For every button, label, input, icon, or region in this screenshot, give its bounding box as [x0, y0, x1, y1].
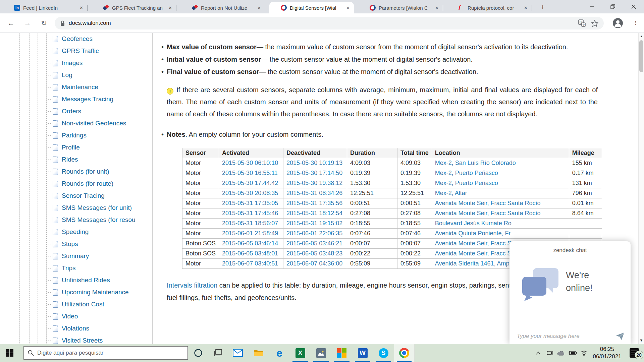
excel-app-button[interactable]: X — [290, 344, 311, 362]
skype-app-button[interactable]: S — [373, 344, 394, 362]
sidebar-item-parkings[interactable]: Parkings — [0, 129, 152, 141]
location-cell-link[interactable]: Avenida Monte Seir, Fracc S — [435, 240, 512, 247]
activated-cell[interactable]: 2015-05-31 17:45:46 — [219, 208, 283, 219]
sidebar-item-maintenance[interactable]: Maintenance — [0, 81, 152, 93]
deactivated-cell[interactable]: 2015-05-31 18:12:54 — [283, 208, 347, 219]
task-view-button[interactable] — [209, 344, 227, 362]
taskbar-clock[interactable]: 06:25 06/01/2021 — [590, 346, 625, 360]
sidebar-item-non-visited-geofences[interactable]: Non-visited Geofences — [0, 117, 152, 129]
deactivated-cell[interactable]: 2015-06-01 22:06:35 — [283, 229, 347, 239]
sidebar-item-rides[interactable]: Rides — [0, 154, 152, 166]
deactivated-cell[interactable]: 2015-05-30 19:38:12 — [283, 178, 347, 188]
deactivated-cell[interactable]: 2015-05-30 10:19:13 — [283, 158, 347, 168]
chat-message-input[interactable]: Type your message here — [517, 333, 616, 340]
deactivated-cell[interactable]: 2015-06-05 03:46:21 — [283, 239, 347, 249]
deactivated-cell-link[interactable]: 2015-05-30 19:38:12 — [286, 180, 342, 186]
activated-cell-link[interactable]: 2015-06-05 03:48:01 — [222, 250, 278, 257]
deactivated-cell[interactable]: 2015-06-05 03:48:23 — [283, 249, 347, 259]
sidebar-item-gprs-traffic[interactable]: GPRS Traffic — [0, 45, 152, 57]
location-cell-link[interactable]: Avenida Monte Seir, Fracc Santa Rocío — [435, 210, 541, 217]
activated-cell[interactable]: 2015-05-30 06:10:10 — [219, 158, 283, 168]
bookmark-star-icon[interactable] — [591, 20, 598, 27]
location-cell[interactable]: Avenida Quinta Poniente, Fr — [432, 229, 569, 239]
deactivated-cell-link[interactable]: 2015-05-30 10:19:13 — [286, 160, 342, 166]
sidebar-item-images[interactable]: Images — [0, 57, 152, 69]
activated-cell-link[interactable]: 2015-05-30 06:10:10 — [222, 160, 278, 166]
notification-center-button[interactable]: 20 — [625, 344, 644, 362]
location-cell[interactable]: Mex-2, Puerto Peñasco — [432, 178, 569, 188]
sidebar-item-sms-messages-for-unit[interactable]: SMS Messages (for unit) — [0, 202, 152, 214]
microsoft-app-button[interactable] — [331, 344, 352, 362]
activated-cell[interactable]: 2015-06-05 03:46:14 — [219, 239, 283, 249]
location-cell-link[interactable]: Avenida Quinta Poniente, Fr — [435, 230, 511, 237]
scrollbar-thumb[interactable] — [639, 40, 643, 72]
location-cell-link[interactable]: Mex-2, Puerto Peñasco — [435, 180, 498, 186]
activated-cell-link[interactable]: 2015-05-30 17:44:42 — [222, 180, 278, 186]
activated-cell-link[interactable]: 2015-06-01 21:58:49 — [222, 230, 278, 237]
deactivated-cell-link[interactable]: 2015-06-07 04:36:00 — [286, 260, 342, 267]
sidebar-item-log[interactable]: Log — [0, 69, 152, 81]
close-icon[interactable]: ✕ — [523, 5, 529, 11]
activated-cell-link[interactable]: 2015-05-31 17:35:05 — [222, 200, 278, 206]
sidebar-item-sensor-tracing[interactable]: Sensor Tracing — [0, 190, 152, 202]
location-cell[interactable]: Mex-2, Puerto Peñasco — [432, 168, 569, 178]
sidebar-item-upcoming-maintenance[interactable]: Upcoming Maintenance — [0, 286, 152, 298]
deactivated-cell[interactable]: 2015-05-31 19:15:02 — [283, 219, 347, 229]
activated-cell-link[interactable]: 2015-05-30 20:08:35 — [222, 190, 278, 196]
deactivated-cell-link[interactable]: 2015-06-01 22:06:35 — [286, 230, 342, 237]
restore-button[interactable] — [602, 0, 623, 13]
close-icon[interactable]: ✕ — [167, 5, 173, 11]
file-explorer-button[interactable] — [248, 344, 269, 362]
location-cell[interactable]: Mex-2, San Luis Río Colorado — [432, 158, 569, 168]
location-cell[interactable]: Mex-2, Altar — [432, 188, 569, 198]
activated-cell[interactable]: 2015-05-30 16:55:11 — [219, 168, 283, 178]
sidebar-item-summary[interactable]: Summary — [0, 250, 152, 262]
scroll-up-arrow[interactable]: ▲ — [639, 34, 644, 39]
scroll-down-arrow[interactable]: ▼ — [639, 338, 644, 343]
activated-cell-link[interactable]: 2015-05-31 18:56:07 — [222, 220, 278, 227]
deactivated-cell[interactable]: 2015-05-30 17:14:50 — [283, 168, 347, 178]
location-cell-link[interactable]: Avenida Monte Seir, Fracc Santa Rocío — [435, 200, 541, 206]
address-bar[interactable]: docs.wialon.com G 文 — [55, 17, 604, 29]
sidebar-item-messages-tracing[interactable]: Messages Tracing — [0, 93, 152, 105]
close-window-button[interactable] — [623, 0, 644, 13]
chrome-app-button[interactable] — [394, 344, 415, 362]
screen-capture-button[interactable] — [544, 344, 555, 362]
back-button[interactable]: ← — [6, 18, 16, 28]
activated-cell-link[interactable]: 2015-05-30 16:55:11 — [222, 170, 278, 176]
tab-gps-fleet-tracking[interactable]: GPS Fleet Tracking an ✕ — [92, 2, 176, 13]
deactivated-cell-link[interactable]: 2015-05-31 19:15:02 — [286, 220, 342, 227]
location-cell-link[interactable]: Mex-2, Puerto Peñasco — [435, 170, 498, 176]
tab-report-not-utilized[interactable]: Report on Not Utilize ✕ — [180, 2, 265, 13]
tray-expand-button[interactable] — [533, 344, 544, 362]
taskbar-search-input[interactable]: Digite aqui para pesquisar — [23, 346, 188, 360]
browser-menu-button[interactable]: ⁝ — [632, 18, 639, 28]
sidebar-item-stops[interactable]: Stops — [0, 238, 152, 250]
sidebar-item-rounds-for-route[interactable]: Rounds (for route) — [0, 178, 152, 190]
activated-cell[interactable]: 2015-06-05 03:48:01 — [219, 249, 283, 259]
activated-cell-link[interactable]: 2015-06-05 03:46:14 — [222, 240, 278, 247]
tab-digital-sensors-active[interactable]: Digital Sensors [Wial ✕ — [269, 2, 354, 13]
sidebar-item-trips[interactable]: Trips — [0, 262, 152, 274]
close-icon[interactable]: ✕ — [434, 5, 440, 11]
close-icon[interactable]: ✕ — [78, 5, 84, 11]
sidebar-item-video[interactable]: Video — [0, 310, 152, 322]
sidebar-item-violations[interactable]: Violations — [0, 322, 152, 335]
activated-cell[interactable]: 2015-05-30 17:44:42 — [219, 178, 283, 188]
location-cell-link[interactable]: Mex-2, San Luis Río Colorado — [435, 160, 516, 166]
deactivated-cell-link[interactable]: 2015-06-05 03:48:23 — [286, 250, 342, 257]
sidebar-item-geofences[interactable]: Geofences — [0, 33, 152, 45]
tab-parameters-wialon[interactable]: Parameters [Wialon C ✕ — [358, 2, 443, 13]
edge-browser-button[interactable]: e — [269, 344, 290, 362]
battery-button[interactable] — [567, 344, 578, 362]
send-icon[interactable] — [616, 332, 625, 340]
sidebar-item-rounds-for-unit[interactable]: Rounds (for unit) — [0, 166, 152, 178]
cortana-button[interactable] — [188, 344, 209, 362]
sidebar-item-utilization-cost[interactable]: Utilization Cost — [0, 298, 152, 310]
deactivated-cell-link[interactable]: 2015-05-31 08:34:26 — [286, 190, 342, 196]
photos-app-button[interactable] — [311, 344, 331, 362]
mail-app-button[interactable] — [227, 344, 248, 362]
wifi-button[interactable] — [578, 344, 590, 362]
deactivated-cell-link[interactable]: 2015-05-30 17:14:50 — [286, 170, 342, 176]
location-cell[interactable]: Avenida Monte Seir, Fracc Santa Rocío — [432, 208, 569, 219]
